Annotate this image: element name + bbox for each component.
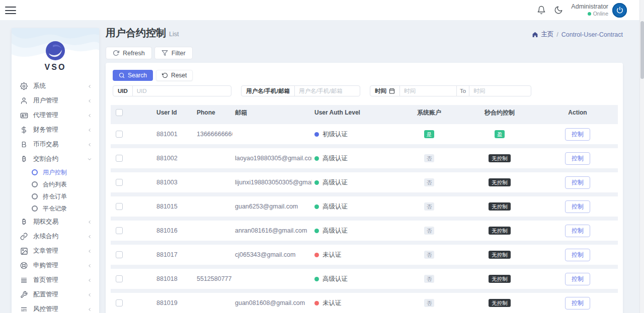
system-account-badge: 否	[424, 275, 435, 283]
sidebar-nav: 系统用户管理代理管理财务管理币币交易交割合约用户控制合约列表持仓订单平仓记录期权…	[12, 79, 99, 313]
logo-sphere-icon	[46, 41, 65, 60]
header-second-contract: 秒合约控制	[462, 109, 537, 117]
sidebar-item[interactable]: 首页管理	[12, 273, 99, 287]
time-to-input[interactable]	[469, 86, 555, 96]
user-name: Administrator	[571, 3, 608, 11]
sidebar-item[interactable]: 财务管理	[12, 123, 99, 137]
sidebar-item[interactable]: 风控管理	[12, 302, 99, 313]
power-icon	[616, 7, 623, 14]
sidebar-subitem[interactable]: 用户控制	[12, 166, 99, 178]
action-cell: 控制	[537, 200, 618, 213]
second-contract-cell: 无控制	[462, 275, 537, 283]
control-button[interactable]: 控制	[565, 249, 590, 261]
second-contract-badge: 无控制	[489, 227, 511, 235]
radio-circle-icon	[32, 169, 38, 175]
reset-button[interactable]: Reset	[156, 70, 193, 81]
table-header-row: User Id Phone 邮箱 User Auth Level 系统账户 秒合…	[111, 105, 618, 120]
select-all-checkbox[interactable]	[116, 109, 123, 116]
email-cell: lijunxi198803050305@gmail.com	[232, 179, 312, 186]
auth-status-dot	[314, 253, 319, 257]
auth-status-dot	[314, 180, 319, 185]
row-checkbox[interactable]	[116, 227, 123, 234]
row-checkbox[interactable]	[116, 179, 123, 186]
control-button[interactable]: 控制	[565, 176, 590, 189]
control-button[interactable]: 控制	[565, 225, 590, 237]
system-account-cell: 否	[396, 154, 462, 163]
sidebar-item-label: 文章管理	[33, 247, 82, 255]
sidebar-subitem[interactable]: 合约列表	[12, 178, 99, 190]
table-row: 881019guan081608@gmail.com未认证否无控制控制	[111, 293, 618, 313]
user-id-cell: 881001	[154, 131, 194, 138]
system-account-badge: 否	[424, 227, 435, 235]
table-row: 881016anran081616@gmail.com高级认证否无控制控制	[111, 221, 618, 241]
sidebar-item[interactable]: 用户管理	[12, 93, 99, 108]
action-cell: 控制	[537, 176, 618, 189]
row-checkbox[interactable]	[116, 203, 123, 210]
breadcrumb-separator: /	[556, 31, 558, 38]
time-from-input[interactable]	[400, 86, 456, 96]
sidebar-item[interactable]: 文章管理	[12, 244, 99, 258]
control-button[interactable]: 控制	[565, 128, 590, 141]
online-status-dot	[588, 12, 591, 16]
sidebar-item[interactable]: 系统	[12, 79, 99, 93]
control-button[interactable]: 控制	[565, 273, 590, 285]
bitcoin-icon	[20, 155, 28, 163]
chevron-left-icon	[87, 307, 92, 312]
row-checkbox[interactable]	[116, 299, 123, 306]
second-contract-cell: 无控制	[462, 154, 537, 163]
control-button[interactable]: 控制	[565, 200, 590, 213]
uid-input[interactable]	[133, 86, 231, 96]
row-checkbox[interactable]	[116, 131, 123, 138]
scrollbar-thumb[interactable]	[640, 21, 644, 79]
search-button[interactable]: Search	[113, 70, 153, 81]
email-cell: guan081608@gmail.com	[232, 299, 312, 306]
table-row: 881017cj065343@gmail.com未认证否无控制控制	[111, 245, 618, 265]
system-account-cell: 是	[396, 130, 462, 139]
notifications-bell-icon[interactable]	[537, 6, 546, 15]
topbar: Administrator Online	[0, 0, 644, 20]
chevron-left-icon	[87, 220, 92, 225]
row-checkbox[interactable]	[116, 251, 123, 258]
filter-button[interactable]: Filter	[154, 47, 193, 59]
sidebar-subitem[interactable]: 持仓订单	[12, 190, 99, 202]
second-contract-cell: 无控制	[462, 227, 537, 235]
system-account-cell: 否	[396, 178, 462, 187]
second-contract-badge: 无控制	[489, 299, 511, 307]
user-status: Online	[571, 11, 608, 17]
second-contract-cell: 无控制	[462, 202, 537, 211]
header-email: 邮箱	[232, 109, 312, 117]
chevron-left-icon	[87, 84, 92, 89]
breadcrumb-home[interactable]: 主页	[532, 30, 553, 39]
dark-mode-moon-icon[interactable]	[554, 6, 563, 15]
sidebar-subitem-label: 合约列表	[43, 180, 67, 189]
user-id-cell: 881017	[154, 251, 194, 258]
page-scrollbar[interactable]	[639, 0, 644, 313]
control-button[interactable]: 控制	[565, 297, 590, 309]
action-cell: 控制	[537, 297, 618, 309]
sidebar-item[interactable]: 期权交易	[12, 215, 99, 229]
control-button[interactable]: 控制	[565, 152, 590, 165]
username-input[interactable]	[295, 86, 380, 96]
page-toolbar: Refresh Filter	[106, 47, 623, 59]
auth-level-cell: 初级认证	[312, 130, 396, 139]
sidebar-item[interactable]: 配置管理	[12, 287, 99, 302]
second-contract-badge: 无控制	[489, 202, 511, 211]
home-icon	[532, 31, 538, 38]
sidebar-item[interactable]: 币币交易	[12, 137, 99, 152]
refresh-button[interactable]: Refresh	[106, 47, 152, 59]
sidebar-item[interactable]: 交割合约	[12, 152, 99, 166]
menu-toggle-icon[interactable]	[5, 6, 16, 14]
auth-status-dot	[314, 204, 319, 209]
sidebar-item[interactable]: 永续合约	[12, 229, 99, 244]
avatar[interactable]	[612, 3, 627, 18]
second-contract-badge: 无控制	[489, 154, 511, 163]
system-account-badge: 否	[424, 178, 435, 187]
sidebar-item[interactable]: 代理管理	[12, 108, 99, 123]
sidebar-subitem[interactable]: 平仓记录	[12, 202, 99, 215]
user-menu[interactable]: Administrator Online	[571, 3, 627, 18]
sidebar-item[interactable]: 申购管理	[12, 258, 99, 273]
user-id-cell: 881019	[154, 299, 194, 306]
row-checkbox[interactable]	[116, 155, 123, 162]
chevron-down-icon	[87, 157, 92, 162]
row-checkbox[interactable]	[116, 275, 123, 282]
